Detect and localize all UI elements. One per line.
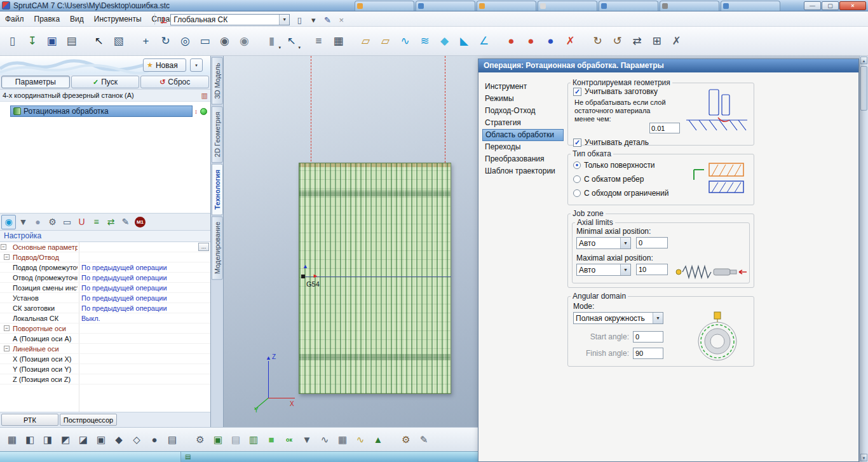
swap-axes-icon[interactable]: ⇄ ▾ <box>628 32 646 50</box>
zoom-icon[interactable]: ◎ ▾ <box>176 32 194 50</box>
param-row[interactable]: Подвод (промежуточн По предыдущей операц… <box>0 262 210 273</box>
new-project-icon[interactable]: ▯ ▾ <box>3 32 22 50</box>
sim-ok-icon[interactable]: ок <box>281 431 297 448</box>
open-technology-icon[interactable]: ▱ ▾ <box>356 32 375 50</box>
param-value[interactable]: Выкл. <box>81 313 196 323</box>
param-row[interactable]: − Основные параметры ... <box>0 242 210 252</box>
tree-toggle-icon[interactable] <box>1 275 6 280</box>
machined-part[interactable] <box>299 163 451 394</box>
tree-toggle-icon[interactable]: − <box>1 244 6 250</box>
param-row[interactable]: − Линейные оси <box>0 344 210 354</box>
param-value[interactable] <box>81 242 196 252</box>
view-iso-icon[interactable]: ▦ <box>4 431 20 448</box>
dropdown-caret-icon[interactable]: ▾ <box>278 45 281 50</box>
nc-table-icon[interactable]: ▦ ▾ <box>329 32 348 50</box>
shade-mode-icon[interactable]: ◆ <box>111 431 127 448</box>
param-value[interactable] <box>81 334 196 344</box>
dialog-nav-item[interactable]: Стратегия <box>482 117 564 129</box>
snapshot-icon[interactable]: ◉ ▾ <box>215 32 234 50</box>
param-row[interactable]: − Поворотные оси <box>0 323 210 334</box>
scroll-down-icon[interactable]: ▼ <box>860 454 867 461</box>
view-front-icon[interactable]: ◧ <box>22 431 38 448</box>
tree-toggle-icon[interactable] <box>1 264 6 270</box>
scroll-up-icon[interactable]: ▲ <box>860 57 867 64</box>
dialog-nav-item[interactable]: Область обработки <box>482 129 564 141</box>
tree-toggle-icon[interactable] <box>1 285 6 290</box>
param-value[interactable]: По предыдущей операции <box>81 303 196 313</box>
solid-icon[interactable]: ◆ ▾ <box>435 32 454 50</box>
mode-tab[interactable]: 2D Геометрия <box>212 106 223 163</box>
gears-icon[interactable]: ⚙ <box>45 215 60 229</box>
tree-toggle-icon[interactable]: − <box>4 346 10 351</box>
panel-tab[interactable]: ✓ Пуск <box>71 76 140 88</box>
view-left-icon[interactable]: ◩ <box>57 431 74 448</box>
background-window-tab[interactable] <box>477 1 536 11</box>
panel-bottom-button[interactable]: Постпроцессор <box>60 414 117 426</box>
zoom-window-icon[interactable]: ▭ ▾ <box>196 32 214 50</box>
sim-machine-icon[interactable]: ⚙ <box>192 431 208 448</box>
background-window-tab[interactable] <box>721 1 780 11</box>
checkbox[interactable]: ✓ <box>573 139 581 147</box>
select-region-icon[interactable]: ▧ ▾ <box>109 32 128 50</box>
dialog-nav-item[interactable]: Переходы <box>482 141 564 153</box>
background-window-tab[interactable] <box>416 1 475 11</box>
scrollbar-thumb[interactable] <box>860 66 867 111</box>
plane-icon[interactable]: ▭ <box>60 215 74 229</box>
mode-tab[interactable]: Моделирование <box>212 216 223 280</box>
sim-fixture-icon[interactable]: ▤ <box>227 431 244 448</box>
new-document-small-icon[interactable]: ▯ <box>293 13 306 26</box>
sim-stats-icon[interactable]: ▦ <box>334 431 351 448</box>
import-model-icon[interactable]: ↧ ▾ <box>23 32 41 50</box>
menu-item[interactable]: Инструменты <box>89 11 147 24</box>
param-row[interactable]: Установ По предыдущей операции <box>0 293 210 303</box>
close-button[interactable]: × <box>839 1 866 10</box>
pick-mode-icon[interactable]: ↖ ▾ <box>282 32 301 50</box>
param-value[interactable] <box>81 354 196 364</box>
background-window-tab[interactable] <box>660 1 719 11</box>
finish-angle-input[interactable] <box>633 348 663 359</box>
param-value[interactable] <box>81 323 196 334</box>
menu-item[interactable]: Вид <box>65 11 89 24</box>
curve-folder-icon[interactable]: ▱ ▾ <box>376 32 395 50</box>
rolling-option[interactable]: С обкатом ребер <box>573 175 644 184</box>
sim-tool-icon[interactable]: ▼ <box>299 431 315 448</box>
dialog-nav-item[interactable]: Режимы <box>482 93 564 105</box>
start-angle-input[interactable] <box>633 331 663 343</box>
sim-workpiece-icon[interactable]: ▣ <box>210 431 226 448</box>
edit-cs-icon[interactable]: ✎ <box>321 13 334 26</box>
cursor-icon[interactable]: ↖ ▾ <box>90 32 108 50</box>
tree-toggle-icon[interactable] <box>1 376 6 382</box>
tree-toggle-icon[interactable] <box>1 336 6 341</box>
view-right-icon[interactable]: ◪ <box>75 431 92 448</box>
spline-icon[interactable]: ∿ ▾ <box>396 32 414 50</box>
caret-down-icon[interactable]: ▾ <box>307 13 320 26</box>
dropdown-caret-icon[interactable]: ▾ <box>298 45 301 50</box>
max-axial-input[interactable] <box>636 264 668 275</box>
viewport-scrollbar[interactable]: ▲ ▼ <box>859 56 868 462</box>
background-window-tab[interactable] <box>599 1 658 11</box>
detach-icon[interactable]: ✗ ▾ <box>667 32 686 50</box>
node-append-icon[interactable]: ● ▾ <box>522 32 540 50</box>
minimize-button[interactable]: — <box>804 1 821 10</box>
param-value[interactable] <box>81 364 196 374</box>
param-row[interactable]: Отвод (промежуточнь По предыдущей операц… <box>0 273 210 283</box>
close-cs-icon[interactable]: × <box>335 13 348 26</box>
panel-tab[interactable]: Параметры <box>1 76 70 88</box>
param-row[interactable]: Позиция смены инстру По предыдущей опера… <box>0 283 210 293</box>
rotate-cw-icon[interactable]: ↻ ▾ <box>588 32 607 50</box>
radio-button[interactable]: ● <box>573 161 581 169</box>
facet-icon[interactable]: ◣ ▾ <box>455 32 473 50</box>
param-value[interactable] <box>81 374 196 384</box>
param-value[interactable]: По предыдущей операции <box>81 262 196 273</box>
job-zone-icon[interactable]: ◉ <box>1 215 16 229</box>
chevron-down-icon[interactable]: ▼ <box>279 15 289 25</box>
surface-icon[interactable]: ≋ ▾ <box>416 32 434 50</box>
m1-badge[interactable]: M1 <box>135 217 146 228</box>
tree-toggle-icon[interactable] <box>1 366 6 372</box>
setup-icon[interactable]: ✎ <box>416 431 432 448</box>
new-operation-button[interactable]: ★ Новая <box>143 58 186 72</box>
dialog-nav-item[interactable]: Шаблон траектории <box>482 165 564 177</box>
param-row[interactable]: X (Позиция оси X) <box>0 354 210 364</box>
dialog-nav-item[interactable]: Подход-Отход <box>482 105 564 117</box>
edit-op-icon[interactable]: ✎ <box>118 215 133 229</box>
